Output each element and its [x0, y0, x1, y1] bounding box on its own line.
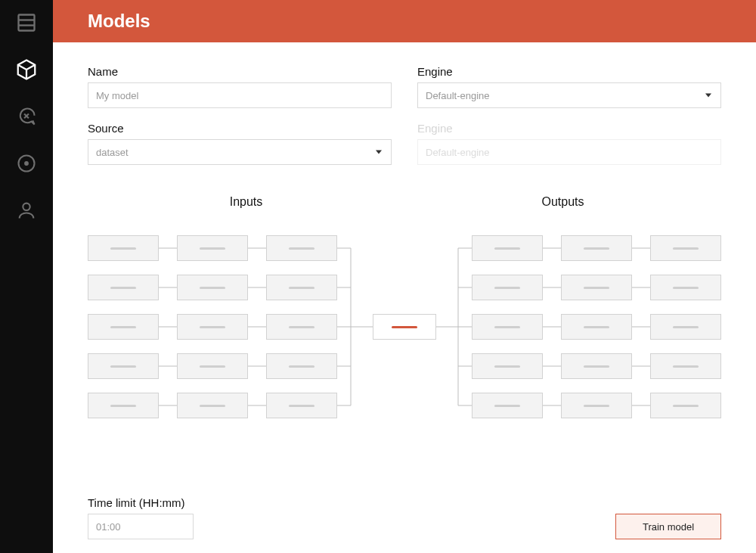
output-node[interactable]: [650, 314, 721, 340]
node-placeholder-dash: [110, 287, 136, 289]
node-placeholder-dash: [673, 287, 699, 289]
input-node[interactable]: [177, 353, 248, 379]
chat-close-icon[interactable]: [14, 104, 39, 129]
output-node[interactable]: [561, 235, 632, 261]
source-value: dataset: [96, 147, 129, 158]
node-placeholder-dash: [494, 247, 520, 250]
input-node[interactable]: [266, 353, 337, 379]
chevron-down-icon: [705, 94, 711, 98]
node-placeholder-dash: [289, 326, 314, 328]
output-node[interactable]: [561, 353, 632, 379]
engine2-label: Engine: [417, 122, 721, 135]
node-placeholder-dash: [584, 326, 609, 328]
node-placeholder-dash: [289, 365, 314, 368]
node-placeholder-dash: [110, 247, 136, 250]
input-node[interactable]: [177, 314, 248, 340]
input-node[interactable]: [266, 235, 337, 261]
node-placeholder-dash: [494, 405, 520, 407]
node-placeholder-dash: [200, 365, 225, 368]
node-placeholder-dash: [584, 365, 609, 368]
node-placeholder-dash: [110, 405, 136, 407]
output-node[interactable]: [561, 314, 632, 340]
input-node[interactable]: [266, 275, 337, 300]
output-node[interactable]: [650, 275, 721, 300]
input-node[interactable]: [88, 353, 159, 379]
input-node[interactable]: [88, 314, 159, 340]
input-node[interactable]: [88, 393, 159, 418]
node-placeholder-dash: [584, 247, 609, 250]
node-placeholder-dash: [584, 405, 609, 407]
output-node[interactable]: [472, 314, 543, 340]
center-node[interactable]: [373, 314, 436, 340]
target-icon[interactable]: [14, 151, 39, 176]
node-placeholder-dash: [200, 287, 225, 289]
node-placeholder-dash: [584, 287, 609, 289]
page-header: Models: [53, 0, 756, 42]
output-node[interactable]: [472, 393, 543, 418]
engine-value: Default-engine: [426, 90, 490, 101]
output-node[interactable]: [472, 235, 543, 261]
input-node[interactable]: [266, 393, 337, 418]
node-placeholder-dash: [200, 405, 225, 407]
node-placeholder-dash: [110, 365, 136, 368]
user-icon[interactable]: [14, 198, 39, 222]
output-node[interactable]: [650, 235, 721, 261]
model-diagram: [88, 221, 721, 433]
svg-rect-0: [19, 15, 35, 31]
source-label: Source: [88, 122, 392, 135]
svg-point-6: [24, 161, 29, 166]
input-node[interactable]: [88, 235, 159, 261]
engine2-select: Default-engine: [417, 139, 721, 165]
node-placeholder-dash: [673, 247, 699, 250]
page-title: Models: [88, 11, 150, 32]
output-node[interactable]: [472, 275, 543, 300]
name-placeholder: My model: [96, 90, 138, 101]
engine2-value: Default-engine: [426, 147, 490, 158]
name-input[interactable]: My model: [88, 82, 392, 108]
node-placeholder-dash: [289, 287, 314, 289]
output-node[interactable]: [561, 393, 632, 418]
menu-icon[interactable]: [14, 11, 39, 35]
node-placeholder-dash: [289, 247, 314, 250]
output-node[interactable]: [650, 353, 721, 379]
node-placeholder-dash: [200, 326, 225, 328]
node-placeholder-dash: [110, 326, 136, 328]
node-placeholder-dash: [289, 405, 314, 407]
source-select[interactable]: dataset: [88, 139, 392, 165]
node-placeholder-dash: [494, 365, 520, 368]
engine-select[interactable]: Default-engine: [417, 82, 721, 108]
outputs-title: Outputs: [404, 195, 721, 209]
cube-icon[interactable]: [14, 57, 39, 82]
node-placeholder-dash: [392, 326, 417, 328]
sidebar: [0, 0, 53, 553]
svg-point-7: [23, 203, 29, 210]
engine-label: Engine: [417, 65, 721, 78]
inputs-title: Inputs: [88, 195, 404, 209]
output-node[interactable]: [472, 353, 543, 379]
output-node[interactable]: [561, 275, 632, 300]
node-placeholder-dash: [494, 326, 520, 328]
node-placeholder-dash: [673, 405, 699, 407]
node-placeholder-dash: [494, 287, 520, 289]
input-node[interactable]: [177, 393, 248, 418]
node-placeholder-dash: [673, 365, 699, 368]
output-node[interactable]: [650, 393, 721, 418]
train-model-label: Train model: [643, 521, 694, 533]
time-limit-label: Time limit (HH:mm): [88, 496, 194, 509]
input-node[interactable]: [88, 275, 159, 300]
input-node[interactable]: [177, 275, 248, 300]
time-limit-input[interactable]: 01:00: [88, 514, 194, 539]
name-label: Name: [88, 65, 392, 78]
train-model-button[interactable]: Train model: [615, 514, 721, 539]
node-placeholder-dash: [673, 326, 699, 328]
chevron-down-icon: [376, 151, 382, 154]
input-node[interactable]: [177, 235, 248, 261]
input-node[interactable]: [266, 314, 337, 340]
time-limit-placeholder: 01:00: [96, 521, 121, 533]
node-placeholder-dash: [200, 247, 225, 250]
